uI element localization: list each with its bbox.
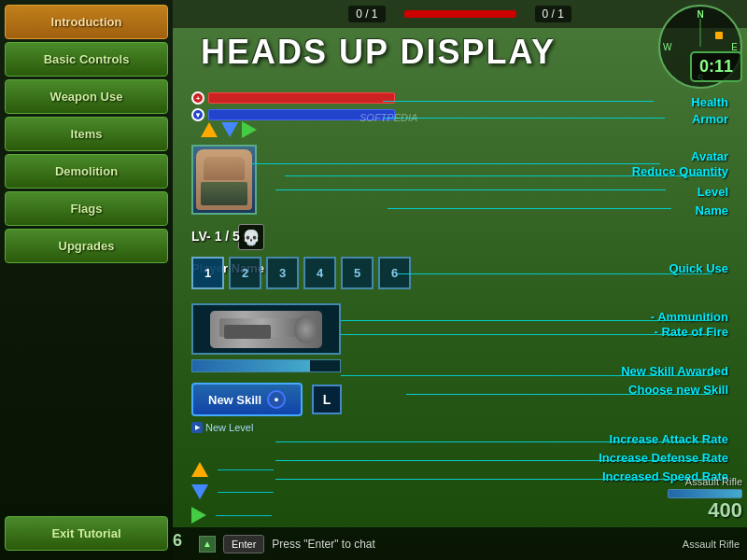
hud-top-bar: 0 / 1 0 / 1 [173, 0, 747, 28]
sidebar-label-basic-controls: Basic Controls [44, 52, 130, 66]
defense-rate-icon [191, 484, 208, 499]
ammo-counter-1-value: 0 / 1 [356, 7, 377, 21]
compass-needle [700, 19, 701, 47]
attack-rate-line [275, 441, 712, 442]
player-number: 6 [173, 531, 182, 551]
chat-hint: Press "Enter" to chat [272, 538, 375, 551]
up-arrow-icon[interactable] [201, 122, 218, 137]
skull-icon: 💀 [238, 224, 264, 250]
new-level-badge: New Level [205, 422, 253, 433]
choose-skill-line [406, 394, 712, 395]
compass-west: W [663, 42, 671, 52]
sidebar-item-weapon-use[interactable]: Weapon Use [5, 79, 168, 114]
ammo-count-display: 400 [708, 498, 742, 523]
attack-line [218, 469, 274, 470]
minimap-marker [715, 32, 723, 39]
level-annotation: Level [698, 185, 728, 199]
arrow-buttons [201, 121, 257, 138]
weapon-name: Assault Rifle [683, 539, 740, 550]
new-level-indicator: ▶ New Level [191, 422, 253, 433]
health-line [383, 101, 654, 102]
slot-3[interactable]: 3 [266, 257, 299, 289]
exit-tutorial-button[interactable]: Exit Tutorial [5, 516, 168, 551]
avatar-line [252, 163, 660, 164]
level-key-box: L [312, 385, 342, 414]
main-content: 0 / 1 0 / 1 HEADS UP DISPLAY SOFTPEDIA +… [173, 0, 747, 560]
new-skill-indicator: ● [267, 390, 286, 409]
ammo-bar [404, 10, 516, 18]
weapon-box [191, 303, 341, 355]
skill-section: New Skill ● L ▶ New Level [191, 383, 342, 433]
rates-section [191, 462, 274, 524]
level-line [275, 189, 666, 190]
slot-4[interactable]: 4 [303, 257, 336, 289]
armor-line [383, 118, 665, 119]
down-arrow-icon[interactable] [221, 122, 238, 137]
ammo-fill [192, 360, 310, 371]
speed-rate-row [191, 507, 274, 524]
quick-use-slots: 1 2 3 4 5 6 [191, 257, 411, 289]
page-title: HEADS UP DISPLAY [201, 33, 556, 72]
sidebar-item-items[interactable]: Items [5, 117, 168, 151]
health-bar [208, 92, 395, 104]
weapon-image [210, 311, 322, 348]
sidebar-item-introduction[interactable]: Introduction [5, 5, 168, 39]
sidebar: Introduction Basic Controls Weapon Use I… [0, 0, 173, 560]
level-display: LV- 1 / 5 [191, 229, 240, 244]
ammo-counter-2: 0 / 1 [535, 6, 571, 22]
slot-2[interactable]: 2 [229, 257, 261, 289]
sidebar-label-items: Items [71, 127, 103, 141]
avatar-box [191, 145, 257, 215]
weapon-name-br: Assault Rifle [685, 476, 742, 487]
health-section: + ▼ [191, 91, 395, 125]
weapon-ammo-bar [191, 359, 341, 372]
sidebar-label-upgrades: Upgrades [59, 239, 115, 253]
defense-line [218, 492, 274, 493]
defense-rate-row [191, 484, 274, 499]
sidebar-label-flags: Flags [71, 202, 103, 216]
hud-overlay: + ▼ [182, 75, 733, 541]
right-arrow-icon[interactable] [242, 121, 257, 138]
speed-line [216, 515, 272, 516]
defense-rate-line [275, 460, 712, 461]
sidebar-label-introduction: Introduction [51, 15, 122, 29]
name-annotation: Name [696, 203, 728, 217]
ammo-counter-2-value: 0 / 1 [543, 7, 564, 21]
new-skill-button[interactable]: New Skill ● [191, 383, 303, 416]
avatar [191, 145, 266, 215]
rate-fire-line [341, 334, 712, 335]
weapon-info: Assault Rifle [683, 539, 740, 550]
compass-east: E [731, 42, 738, 52]
avatar-annotation: Avatar [691, 149, 728, 163]
ammo-line [341, 320, 712, 321]
armor-bar [208, 109, 395, 120]
increase-attack-annotation: Increase Attack Rate [610, 432, 728, 446]
sidebar-item-basic-controls[interactable]: Basic Controls [5, 42, 168, 77]
sidebar-item-flags[interactable]: Flags [5, 191, 168, 226]
reduce-qty-line [285, 175, 722, 176]
exit-tutorial-label: Exit Tutorial [51, 526, 120, 540]
bottom-bar: 6 ▲ Enter Press "Enter" to chat Assault … [173, 527, 747, 560]
attack-rate-row [191, 462, 274, 477]
attack-rate-icon [191, 462, 208, 477]
arrow-up-indicator: ▲ [199, 536, 216, 553]
sidebar-item-demolition[interactable]: Demolition [5, 154, 168, 189]
enter-button[interactable]: Enter [223, 535, 264, 553]
health-annotation: Health [691, 95, 728, 109]
weapon-ammo-bottom [668, 489, 742, 498]
rate-of-fire-annotation: - Rate of Fire [655, 325, 728, 339]
weapon-section [191, 303, 341, 372]
ammo-counter-1: 0 / 1 [348, 6, 385, 22]
slot-1[interactable]: 1 [191, 257, 224, 289]
sidebar-item-upgrades[interactable]: Upgrades [5, 229, 168, 263]
sidebar-label-weapon-use: Weapon Use [50, 90, 123, 104]
speed-rate-line [275, 479, 712, 480]
sidebar-label-demolition: Demolition [55, 164, 118, 178]
weapon-bottom-right: Assault Rifle 400 [668, 476, 742, 523]
new-skill-label: New Skill [208, 393, 261, 407]
timer: 0:11 [690, 51, 742, 82]
avatar-face [196, 149, 252, 210]
skill-awarded-line [341, 375, 712, 376]
slot-5[interactable]: 5 [341, 257, 374, 289]
ammunition-annotation: - Ammunition [651, 310, 728, 324]
